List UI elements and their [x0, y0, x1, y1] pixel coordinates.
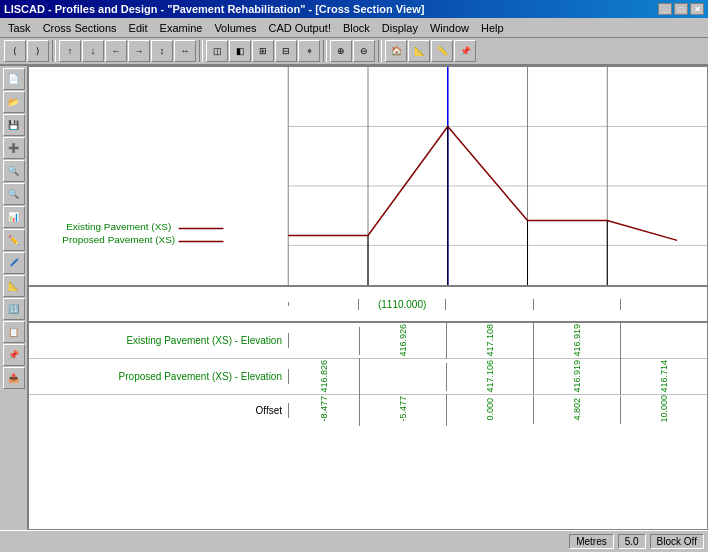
toolbar-btn-10[interactable]: ◧ — [229, 40, 251, 62]
svg-text:Proposed Pavement (XS): Proposed Pavement (XS) — [62, 234, 175, 245]
left-btn-pen[interactable]: 🖊️ — [3, 252, 25, 274]
menu-examine[interactable]: Examine — [154, 20, 209, 36]
toolbar-btn-18[interactable]: 📏 — [431, 40, 453, 62]
menu-edit[interactable]: Edit — [123, 20, 154, 36]
menu-window[interactable]: Window — [424, 20, 475, 36]
toolbar-btn-13[interactable]: ⌖ — [298, 40, 320, 62]
toolbar-btn-3[interactable]: ↑ — [59, 40, 81, 62]
left-btn-pin[interactable]: 📌 — [3, 344, 25, 366]
toolbar-separator-2 — [199, 40, 203, 62]
toolbar-btn-15[interactable]: ⊖ — [353, 40, 375, 62]
existing-elev-col3: 417.108 — [447, 322, 534, 359]
existing-elev-val2: 416.926 — [398, 324, 408, 357]
proposed-elev-col2 — [360, 363, 447, 391]
toolbar-btn-8[interactable]: ↔ — [174, 40, 196, 62]
menu-bar: Task Cross Sections Edit Examine Volumes… — [0, 18, 708, 38]
chainage-col-5 — [621, 299, 707, 310]
left-btn-calc[interactable]: 🔢 — [3, 298, 25, 320]
offset-label: Offset — [29, 403, 289, 418]
offset-col4: 4.802 — [534, 396, 621, 425]
chainage-col-3 — [446, 299, 533, 310]
status-bar: Metres 5.0 Block Off — [0, 530, 708, 552]
chainage-label-left — [29, 302, 289, 306]
offset-col1: -8.477 — [289, 394, 360, 426]
units-status: Metres — [569, 534, 614, 549]
proposed-elev-val1: 416.826 — [319, 360, 329, 393]
toolbar-btn-1[interactable]: ⟨ — [4, 40, 26, 62]
existing-elev-col5 — [621, 327, 707, 355]
left-btn-edit[interactable]: ✏️ — [3, 229, 25, 251]
offset-val1: -8.477 — [319, 396, 329, 422]
menu-task[interactable]: Task — [2, 20, 37, 36]
menu-cross-sections[interactable]: Cross Sections — [37, 20, 123, 36]
left-btn-zoom-in[interactable]: 🔍 — [3, 160, 25, 182]
left-btn-chart[interactable]: 📊 — [3, 206, 25, 228]
menu-help[interactable]: Help — [475, 20, 510, 36]
offset-val5: 10.000 — [659, 395, 669, 423]
toolbar-separator-4 — [378, 40, 382, 62]
left-toolbar: 📄 📂 💾 ➕ 🔍 🔍 📊 ✏️ 🖊️ 📐 🔢 📋 📌 📤 — [0, 66, 28, 530]
left-btn-list[interactable]: 📋 — [3, 321, 25, 343]
toolbar-btn-19[interactable]: 📌 — [454, 40, 476, 62]
proposed-elev-val5: 416.714 — [659, 360, 669, 393]
offset-col2: -5.477 — [360, 394, 447, 426]
existing-elev-val3: 417.108 — [485, 324, 495, 357]
toolbar-separator-3 — [323, 40, 327, 62]
maximize-button[interactable]: □ — [674, 3, 688, 15]
menu-block[interactable]: Block — [337, 20, 376, 36]
menu-volumes[interactable]: Volumes — [208, 20, 262, 36]
toolbar-btn-9[interactable]: ◫ — [206, 40, 228, 62]
left-btn-save[interactable]: 💾 — [3, 114, 25, 136]
existing-elev-label: Existing Pavement (XS) - Elevation — [29, 333, 289, 348]
chainage-col-4 — [534, 299, 621, 310]
cross-section-panel: Existing Pavement (XS) Proposed Pavement… — [29, 67, 707, 287]
proposed-elev-col5: 416.714 — [621, 358, 707, 395]
svg-text:Existing Pavement (XS): Existing Pavement (XS) — [66, 222, 171, 233]
toolbar-btn-12[interactable]: ⊟ — [275, 40, 297, 62]
left-btn-export[interactable]: 📤 — [3, 367, 25, 389]
offset-val2: -5.477 — [398, 396, 408, 422]
row-offset: Offset -8.477 -5.477 0.000 4.802 10.000 — [29, 395, 707, 425]
chainage-value: (1110.000) — [378, 299, 426, 310]
cross-section-svg: Existing Pavement (XS) Proposed Pavement… — [29, 67, 707, 285]
row-existing-elevation: Existing Pavement (XS) - Elevation 416.9… — [29, 323, 707, 359]
title-buttons[interactable]: _ □ ✕ — [658, 3, 704, 15]
scale-status: 5.0 — [618, 534, 646, 549]
proposed-elev-val3: 417.106 — [485, 360, 495, 393]
toolbar-btn-7[interactable]: ↕ — [151, 40, 173, 62]
toolbar-btn-2[interactable]: ⟩ — [27, 40, 49, 62]
main-container: 📄 📂 💾 ➕ 🔍 🔍 📊 ✏️ 🖊️ 📐 🔢 📋 📌 📤 — [0, 66, 708, 530]
chainage-col-2: (1110.000) — [359, 299, 446, 310]
offset-val4: 4.802 — [572, 398, 582, 421]
title-bar: LISCAD - Profiles and Design - "Pavement… — [0, 0, 708, 18]
toolbar-btn-6[interactable]: → — [128, 40, 150, 62]
close-button[interactable]: ✕ — [690, 3, 704, 15]
minimize-button[interactable]: _ — [658, 3, 672, 15]
left-btn-measure[interactable]: 📐 — [3, 275, 25, 297]
chainage-panel: (1110.000) — [29, 287, 707, 323]
toolbar: ⟨ ⟩ ↑ ↓ ← → ↕ ↔ ◫ ◧ ⊞ ⊟ ⌖ ⊕ ⊖ 🏠 📐 📏 📌 — [0, 38, 708, 66]
toolbar-separator-1 — [52, 40, 56, 62]
chainage-cols: (1110.000) — [289, 299, 707, 310]
toolbar-btn-5[interactable]: ← — [105, 40, 127, 62]
row-proposed-elevation: Proposed Pavement (XS) - Elevation 416.8… — [29, 359, 707, 395]
menu-display[interactable]: Display — [376, 20, 424, 36]
proposed-elev-val4: 416.919 — [572, 360, 582, 393]
left-btn-open[interactable]: 📂 — [3, 91, 25, 113]
data-grid: Existing Pavement (XS) - Elevation 416.9… — [29, 323, 707, 425]
content-area: Existing Pavement (XS) Proposed Pavement… — [28, 66, 708, 530]
left-btn-new[interactable]: 📄 — [3, 68, 25, 90]
existing-elev-val4: 416.919 — [572, 324, 582, 357]
toolbar-btn-16[interactable]: 🏠 — [385, 40, 407, 62]
toolbar-btn-17[interactable]: 📐 — [408, 40, 430, 62]
menu-cad-output[interactable]: CAD Output! — [263, 20, 337, 36]
toolbar-btn-4[interactable]: ↓ — [82, 40, 104, 62]
proposed-elev-col3: 417.106 — [447, 358, 534, 395]
existing-elev-col1 — [289, 327, 360, 355]
block-status: Block Off — [650, 534, 704, 549]
left-btn-add[interactable]: ➕ — [3, 137, 25, 159]
title-text: LISCAD - Profiles and Design - "Pavement… — [4, 3, 424, 15]
toolbar-btn-14[interactable]: ⊕ — [330, 40, 352, 62]
toolbar-btn-11[interactable]: ⊞ — [252, 40, 274, 62]
left-btn-zoom-out[interactable]: 🔍 — [3, 183, 25, 205]
